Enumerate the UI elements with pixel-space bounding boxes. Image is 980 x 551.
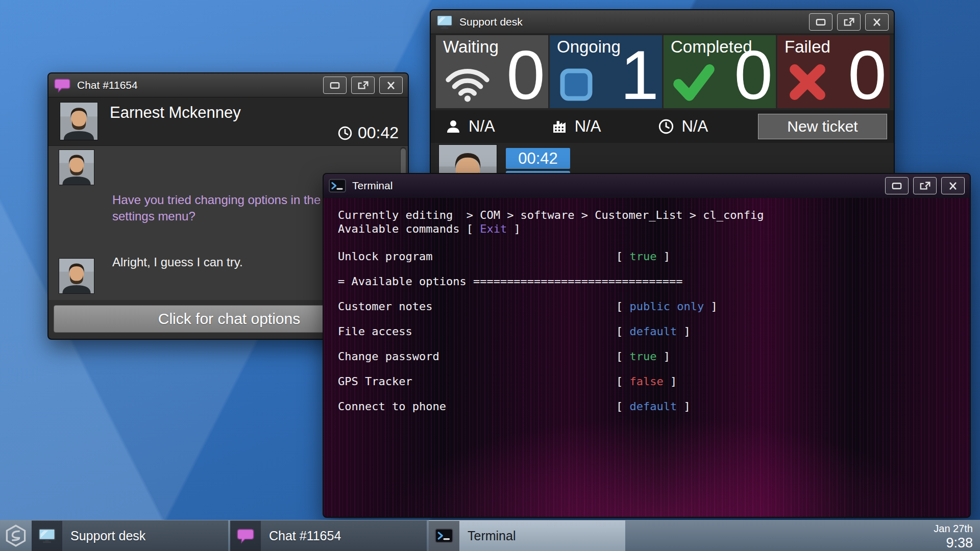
- window-controls: [323, 77, 403, 94]
- monitor-icon: [32, 521, 62, 551]
- minimize-button[interactable]: [885, 177, 909, 194]
- terminal-icon: [329, 178, 346, 193]
- info-value: N/A: [469, 117, 495, 136]
- popout-icon: [842, 17, 856, 28]
- support-titlebar[interactable]: Support desk: [431, 10, 894, 34]
- date-label: Jan 27th: [934, 523, 973, 535]
- option-value-group: [ false ]: [616, 375, 677, 388]
- counter-value: 0: [734, 42, 772, 108]
- support-window-title: Support desk: [459, 16, 523, 28]
- terminal-window-title: Terminal: [352, 180, 393, 192]
- terminal-option-row: Connect to phone[ default ]: [338, 394, 970, 419]
- wifi-icon: [444, 65, 491, 102]
- contact-name: Earnest Mckenney: [110, 104, 241, 122]
- counter-value: 1: [620, 42, 658, 108]
- chat-window-title: Chat #11654: [77, 79, 138, 91]
- person-icon: [445, 118, 461, 135]
- terminal-titlebar[interactable]: Terminal: [324, 174, 970, 198]
- option-label: Connect to phone: [338, 400, 616, 413]
- call-timer-value: 00:42: [358, 123, 399, 142]
- close-icon: [384, 80, 398, 91]
- option-label: Unlock program: [338, 250, 616, 263]
- counter-waiting: Waiting 0: [436, 35, 548, 108]
- desktop-wallpaper: Support desk Waiting 0 Ongoing 1 Complet…: [0, 0, 980, 551]
- popout-button[interactable]: [913, 177, 937, 194]
- popout-button[interactable]: [837, 13, 861, 31]
- terminal-separator: = Available options ====================…: [338, 269, 970, 294]
- counter-ongoing: Ongoing 1: [550, 35, 662, 108]
- popout-button[interactable]: [351, 77, 375, 94]
- terminal-option-row: Customer notes[ public only ]: [338, 294, 970, 319]
- new-ticket-button[interactable]: New ticket: [758, 114, 887, 139]
- building-icon: [551, 118, 568, 135]
- close-button[interactable]: [379, 77, 403, 94]
- minimize-button[interactable]: [323, 77, 347, 94]
- popout-icon: [356, 80, 370, 91]
- option-value[interactable]: false: [630, 375, 664, 388]
- taskbar-item-chat[interactable]: Chat #11654: [230, 520, 427, 551]
- taskbar: Support desk Chat #11654 Terminal Jan 27…: [0, 520, 980, 551]
- chat-header: Earnest Mckenney 00:42: [48, 97, 408, 146]
- assignee-info: N/A: [445, 117, 495, 136]
- option-value-group: [ public only ]: [616, 300, 718, 313]
- minimize-icon: [814, 17, 828, 28]
- option-label: Customer notes: [338, 300, 616, 313]
- option-value[interactable]: default: [630, 325, 677, 338]
- option-label: GPS Tracker: [338, 375, 616, 388]
- ticket-timer-badge: 00:42: [506, 148, 570, 169]
- taskbar-item-label: Chat #11654: [261, 529, 341, 543]
- company-info: N/A: [551, 117, 601, 136]
- option-value[interactable]: true: [630, 250, 657, 263]
- option-value[interactable]: true: [630, 350, 657, 363]
- time-info: N/A: [658, 117, 708, 136]
- minimize-button[interactable]: [809, 13, 832, 31]
- exit-command[interactable]: Exit: [480, 222, 507, 235]
- hexagon-logo-icon: [5, 524, 27, 547]
- window-controls: [809, 13, 889, 31]
- commands-bracket: ]: [507, 222, 521, 235]
- close-button[interactable]: [941, 177, 965, 194]
- clock-icon: [337, 126, 353, 141]
- terminal-commands-line: Available commands [ Exit ]: [338, 222, 970, 236]
- option-label: Change password: [338, 350, 616, 363]
- chat-titlebar[interactable]: Chat #11654: [48, 73, 408, 97]
- option-value-group: [ default ]: [616, 325, 691, 338]
- info-value: N/A: [575, 117, 601, 136]
- os-logo[interactable]: [0, 520, 32, 551]
- option-label: File access: [338, 325, 616, 338]
- terminal-icon: [429, 521, 459, 551]
- terminal-output: Currently editing > COM > software > Cus…: [324, 198, 970, 518]
- terminal-window: Terminal Currently editing > COM > softw…: [323, 173, 971, 518]
- window-icon: [558, 66, 595, 103]
- close-icon: [870, 17, 884, 28]
- chat-message: Have you tried changing options in the s…: [112, 192, 342, 225]
- close-button[interactable]: [865, 13, 889, 31]
- taskbar-item-label: Support desk: [62, 529, 145, 543]
- monitor-icon: [436, 14, 453, 30]
- chat-bubble-icon: [230, 521, 261, 551]
- call-timer: 00:42: [337, 123, 399, 142]
- option-value[interactable]: public only: [630, 300, 704, 313]
- avatar: [59, 258, 94, 294]
- terminal-breadcrumb: Currently editing > COM > software > Cus…: [338, 208, 970, 222]
- cross-icon: [786, 60, 829, 104]
- commands-label: Available commands [: [338, 222, 480, 235]
- chat-message: Alright, I guess I can try.: [112, 254, 243, 270]
- taskbar-item-terminal[interactable]: Terminal: [429, 520, 625, 551]
- taskbar-item-label: Terminal: [459, 529, 516, 543]
- option-value[interactable]: default: [630, 400, 677, 413]
- popout-icon: [918, 181, 932, 191]
- time-label: 9:38: [934, 535, 973, 551]
- ticket-counters: Waiting 0 Ongoing 1 Completed 0 Failed 0: [431, 34, 894, 108]
- terminal-option-row: Unlock program[ true ]: [338, 244, 970, 269]
- option-value-group: [ true ]: [616, 350, 670, 363]
- avatar: [59, 149, 94, 185]
- minimize-icon: [890, 181, 904, 191]
- terminal-option-row: Change password[ true ]: [338, 344, 970, 369]
- minimize-icon: [328, 80, 342, 91]
- taskbar-clock: Jan 27th 9:38: [934, 520, 980, 551]
- counter-value: 0: [506, 42, 544, 108]
- taskbar-item-support-desk[interactable]: Support desk: [32, 520, 228, 551]
- clock-icon: [658, 118, 674, 135]
- terminal-option-row: File access[ default ]: [338, 319, 970, 344]
